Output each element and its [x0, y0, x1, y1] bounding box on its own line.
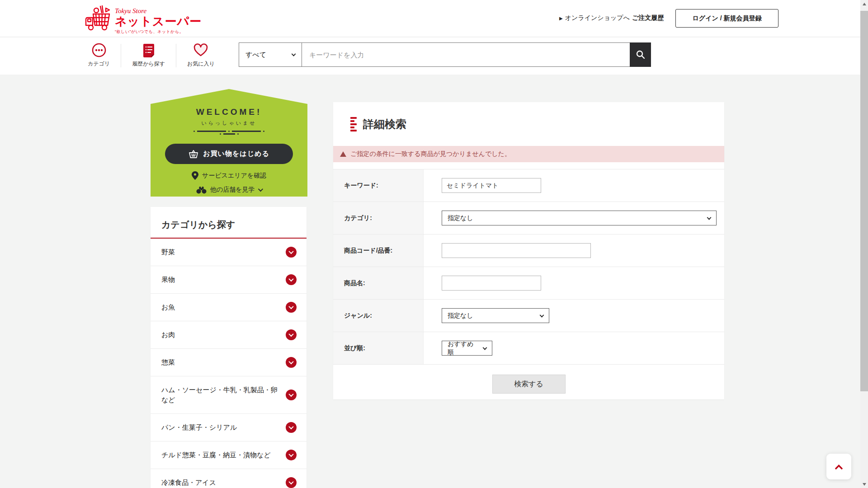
sort-order-select[interactable]: おすすめ順	[442, 341, 492, 356]
detail-search-form: キーワード: カテゴリ: 指定なし 商品コード/品番: 商品名:	[333, 169, 724, 365]
form-row-genre: ジャンル: 指定なし	[333, 300, 724, 332]
panel-title-row: 詳細検索	[333, 102, 724, 146]
field-label: ジャンル:	[333, 300, 424, 332]
other-stores-link[interactable]: 他の店舗を見学	[196, 186, 262, 194]
arrow-right-icon: ▶	[559, 16, 563, 21]
category-item-dairy-eggs[interactable]: ハム・ソーセージ・牛乳・乳製品・卵など	[151, 376, 307, 413]
category-item-meat[interactable]: お肉	[151, 321, 307, 348]
logo[interactable]: Tokyu Store ネットスーパー “欲しい”がいつでも、ネットから。	[84, 3, 202, 35]
category-item-vegetables[interactable]: 野菜	[151, 239, 307, 266]
page-title: 詳細検索	[363, 117, 406, 131]
brand-name-en: Tokyu Store	[115, 7, 202, 15]
chevron-down-icon	[483, 345, 487, 350]
detail-search-panel: 詳細検索 ご指定の条件に一致する商品が見つかりませんでした。 キーワード: カテ…	[333, 102, 724, 399]
red-bars-icon	[350, 117, 357, 131]
chevron-down-circle-icon[interactable]	[286, 247, 297, 258]
category-label: 冷凍食品・アイス	[161, 479, 216, 486]
brand-name-jp: ネットスーパー	[115, 15, 202, 28]
search-input[interactable]	[302, 42, 630, 67]
search-scope-select[interactable]: すべて	[239, 42, 302, 67]
welcome-panel: WELCOME! いらっしゃいませ お買い物をはじめる サービスエリアを確認	[151, 89, 307, 197]
search-bar: すべて	[239, 42, 651, 67]
start-shopping-button[interactable]: お買い物をはじめる	[165, 144, 293, 164]
category-label: お魚	[161, 303, 175, 311]
category-item-bread-cereal[interactable]: パン・生菓子・シリアル	[151, 413, 307, 441]
heart-icon	[193, 41, 209, 59]
nav-item-favorites[interactable]: お気に入り	[176, 41, 226, 70]
category-panel-title: カテゴリから探す	[151, 207, 307, 238]
nav-label: カテゴリ	[88, 60, 110, 68]
category-label: 野菜	[161, 248, 175, 256]
category-list: 野菜 果物 お魚 お肉 惣菜 ハム・ソーセージ・牛乳・乳製品・卵など パン・生菓…	[151, 239, 307, 488]
search-scope-value: すべて	[245, 51, 266, 59]
brand-tagline: “欲しい”がいつでも、ネットから。	[115, 29, 202, 35]
subheader: カテゴリ 履歴から探す お気に入り	[0, 38, 860, 75]
page-scrollbar[interactable]	[860, 0, 868, 488]
other-stores-label: 他の店舗を見学	[210, 186, 255, 194]
field-label: カテゴリ:	[333, 202, 424, 234]
online-shop-label: オンラインショップへ	[565, 14, 630, 21]
category-item-chilled[interactable]: チルド惣菜・豆腐・納豆・漬物など	[151, 441, 307, 469]
search-button[interactable]	[630, 42, 651, 67]
category-item-fish[interactable]: お魚	[151, 293, 307, 321]
chevron-down-circle-icon[interactable]	[286, 389, 297, 400]
scrollbar-down-arrow[interactable]	[860, 480, 868, 488]
category-select[interactable]: 指定なし	[442, 211, 717, 225]
genre-select[interactable]: 指定なし	[442, 308, 549, 323]
chevron-down-circle-icon[interactable]	[286, 357, 297, 368]
category-label: パン・生菓子・シリアル	[161, 423, 237, 431]
basket-icon	[189, 150, 198, 159]
login-register-label: ログイン / 新規会員登録	[693, 14, 762, 23]
product-name-field[interactable]	[442, 276, 541, 291]
chevron-down-circle-icon[interactable]	[286, 450, 297, 460]
scrollbar-up-arrow[interactable]	[860, 0, 868, 8]
category-label: 惣菜	[161, 358, 175, 366]
category-item-deli[interactable]: 惣菜	[151, 348, 307, 376]
chevron-down-circle-icon[interactable]	[286, 422, 297, 433]
service-area-link[interactable]: サービスエリアを確認	[192, 171, 266, 180]
decorative-divider	[193, 131, 264, 135]
error-message: ご指定の条件に一致する商品が見つかりませんでした。	[350, 150, 511, 158]
category-panel: カテゴリから探す 野菜 果物 お魚 お肉 惣菜 ハム・ソーセージ・牛乳・乳製品・…	[151, 207, 307, 488]
header: Tokyu Store ネットスーパー “欲しい”がいつでも、ネットから。 ▶オ…	[0, 0, 860, 37]
keyword-field[interactable]	[442, 178, 541, 193]
form-row-category: カテゴリ: 指定なし	[333, 202, 724, 235]
category-item-frozen[interactable]: 冷凍食品・アイス	[151, 469, 307, 488]
error-message-bar: ご指定の条件に一致する商品が見つかりませんでした。	[333, 146, 724, 162]
field-label: 並び順:	[333, 332, 424, 364]
quick-nav: カテゴリ 履歴から探す お気に入り	[77, 41, 226, 70]
order-history-link[interactable]: ご注文履歴	[632, 14, 664, 22]
category-label: ハム・ソーセージ・牛乳・乳製品・卵など	[161, 386, 278, 404]
ellipsis-circle-icon	[91, 41, 107, 59]
nav-label: お気に入り	[187, 60, 215, 68]
nav-item-history[interactable]: 履歴から探す	[121, 41, 176, 70]
chevron-down-circle-icon[interactable]	[286, 274, 297, 285]
form-row-product-code: 商品コード/品番:	[333, 235, 724, 267]
category-label: 果物	[161, 276, 175, 283]
select-value: 指定なし	[448, 312, 473, 320]
product-code-field[interactable]	[442, 243, 591, 258]
category-label: チルド惣菜・豆腐・納豆・漬物など	[161, 451, 271, 459]
map-pin-icon	[192, 171, 198, 180]
history-document-icon	[142, 41, 156, 59]
chevron-down-circle-icon[interactable]	[286, 302, 297, 313]
welcome-subtitle: いらっしゃいませ	[201, 120, 256, 127]
welcome-title: WELCOME!	[196, 107, 262, 117]
scroll-to-top-button[interactable]	[826, 454, 851, 479]
scrollbar-thumb[interactable]	[860, 11, 868, 391]
nav-item-category[interactable]: カテゴリ	[77, 41, 121, 70]
form-row-keyword: キーワード:	[333, 169, 724, 202]
category-item-fruits[interactable]: 果物	[151, 266, 307, 293]
field-label: キーワード:	[333, 169, 424, 202]
submit-search-button[interactable]: 検索する	[492, 375, 566, 394]
login-register-button[interactable]: ログイン / 新規会員登録	[675, 9, 778, 28]
nav-label: 履歴から探す	[132, 60, 165, 68]
magnifier-icon	[636, 50, 646, 60]
online-shop-link[interactable]: ▶オンラインショップへ	[559, 14, 630, 22]
binoculars-icon	[196, 186, 207, 194]
chevron-down-circle-icon[interactable]	[286, 477, 297, 488]
form-row-sort-order: 並び順: おすすめ順	[333, 332, 724, 365]
chevron-down-icon	[707, 215, 712, 220]
chevron-down-circle-icon[interactable]	[286, 329, 297, 340]
chevron-down-icon	[540, 313, 544, 317]
